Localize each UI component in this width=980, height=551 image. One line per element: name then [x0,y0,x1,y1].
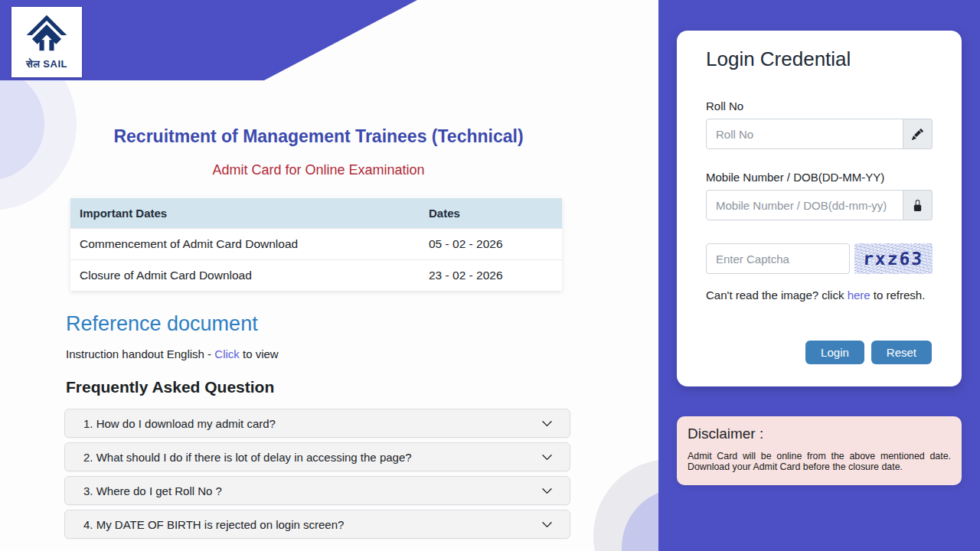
reference-document-heading: Reference document [66,312,571,336]
button-row: Login Reset [706,341,933,364]
pencil-icon [912,129,923,140]
sail-logo-icon [25,14,68,57]
faq-question: 4. My DATE OF BIRTH is rejected on login… [83,518,344,531]
faq-item-1[interactable]: 1. How do I download my admit card? [64,409,570,438]
login-button[interactable]: Login [805,341,864,364]
login-sidebar: Login Credential Roll No Mobile Number /… [658,0,980,551]
faq-question: 1. How do I download my admit card? [83,417,276,430]
login-heading: Login Credential [706,47,933,71]
disclaimer-card: Disclaimer : Admit Card will be online f… [677,416,962,485]
page-subtitle: Admit Card for Online Examination [66,162,571,178]
login-card: Login Credential Roll No Mobile Number /… [677,31,962,386]
faq-item-3[interactable]: 3. Where do I get Roll No ? [64,476,570,505]
faq-item-4[interactable]: 4. My DATE OF BIRTH is rejected on login… [64,510,570,539]
lock-addon [903,190,933,220]
instruction-prefix: Instruction handout English - [66,347,214,360]
chevron-down-icon [541,519,553,530]
mobile-dob-input[interactable] [706,190,903,220]
captcha-text: rxz63 [863,249,924,269]
sail-logo-text: सेल SAIL [26,58,67,70]
table-header-important-dates: Important Dates [70,198,420,229]
mobile-dob-label: Mobile Number / DOB(DD-MM-YY) [706,171,933,184]
faq-question: 2. What should I do if there is lot of d… [83,451,412,464]
mobile-dob-group [706,190,933,220]
chevron-down-icon [541,485,553,497]
refresh-prefix: Can't read the image? click [706,289,848,302]
chevron-down-icon [541,452,553,463]
instruction-line: Instruction handout English - Click to v… [66,347,571,360]
date-event-label: Closure of Admit Card Download [70,260,420,292]
chevron-down-icon [541,418,553,429]
disclaimer-text: Admit Card will be online from the above… [688,451,951,473]
roll-no-input[interactable] [706,119,903,149]
table-row: Commencement of Admit Card Download 05 -… [70,229,562,260]
table-row: Closure of Admit Card Download 23 - 02 -… [70,260,562,292]
reset-button[interactable]: Reset [871,341,932,364]
sail-logo: सेल SAIL [11,7,82,77]
lock-icon [912,200,923,211]
page-title: Recruitment of Management Trainees (Tech… [66,126,571,147]
roll-no-group [706,119,933,149]
date-event-value: 05 - 02 - 2026 [420,229,562,260]
roll-no-label: Roll No [706,99,933,112]
instruction-suffix: to view [240,347,279,360]
main-content: Recruitment of Management Trainees (Tech… [66,80,571,543]
table-header-row: Important Dates Dates [70,198,562,229]
date-event-value: 23 - 02 - 2026 [420,260,562,292]
captcha-refresh-line: Can't read the image? click here to refr… [706,289,933,302]
captcha-row: rxz63 [706,243,933,274]
pencil-addon [903,119,933,149]
date-event-label: Commencement of Admit Card Download [70,229,420,260]
captcha-input[interactable] [706,243,850,274]
captcha-image: rxz63 [854,243,933,274]
faq-question: 3. Where do I get Roll No ? [83,484,222,497]
disclaimer-heading: Disclaimer : [688,425,951,442]
click-to-view-link[interactable]: Click [214,347,240,360]
refresh-suffix: to refresh. [871,289,926,302]
faq-item-2[interactable]: 2. What should I do if there is lot of d… [64,442,570,471]
important-dates-table: Important Dates Dates Commencement of Ad… [70,198,562,291]
table-header-dates: Dates [420,198,562,229]
refresh-here-link[interactable]: here [848,289,871,302]
faq-list: 1. How do I download my admit card? 2. W… [64,409,570,539]
faq-heading: Frequently Asked Question [66,378,571,396]
